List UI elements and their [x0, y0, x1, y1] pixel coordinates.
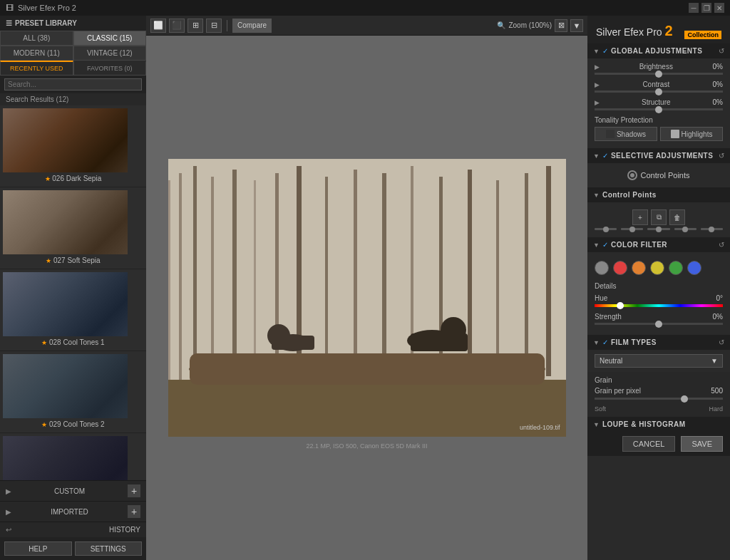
photo-filename: untitled-109.tif — [520, 424, 560, 431]
cp-mini-slider-2[interactable] — [621, 228, 643, 230]
swatch-yellow[interactable] — [650, 261, 664, 275]
shadows-label: Shadows — [617, 130, 646, 138]
minimize-button[interactable]: ─ — [689, 3, 699, 13]
brightness-track[interactable] — [595, 73, 723, 75]
grain-hard-label: Hard — [709, 405, 723, 413]
view-icon-btn[interactable]: ⬜ — [150, 19, 166, 33]
hue-track[interactable] — [595, 304, 723, 307]
imported-chevron: ▶ — [6, 508, 11, 516]
zoom-options-btn[interactable]: ▼ — [570, 19, 583, 32]
swatch-red[interactable] — [613, 261, 627, 275]
tab-classic[interactable]: CLASSIC (15) — [73, 31, 147, 46]
app-title-text: Silver Efex Pro 2 — [596, 23, 673, 39]
sel-adj-label: SELECTIVE ADJUSTMENTS — [611, 152, 716, 160]
color-filter-header[interactable]: ▼ ✓ COLOR FILTER ↺ — [587, 237, 730, 252]
brightness-thumb[interactable] — [655, 71, 662, 78]
control-points-header[interactable]: ▼ Control Points — [587, 187, 730, 202]
layout-btn[interactable]: ⊟ — [206, 19, 222, 33]
swatch-green[interactable] — [669, 261, 683, 275]
restore-button[interactable]: ❐ — [701, 3, 711, 13]
search-input[interactable] — [4, 78, 142, 90]
window-controls[interactable]: ─ ❐ ✕ — [689, 3, 724, 13]
highlights-icon — [671, 130, 679, 138]
color-filter-content: Details Hue 0° Strength 0% — [587, 252, 730, 335]
film-type-select[interactable]: Neutral ▼ — [595, 354, 723, 368]
grain-thumb[interactable] — [681, 395, 688, 403]
cf-reset[interactable]: ↺ — [719, 241, 724, 249]
film-type-chevron: ▼ — [711, 357, 718, 365]
brightness-header[interactable]: ▶ Brightness 0% — [595, 63, 723, 71]
shadows-button[interactable]: Shadows — [595, 127, 657, 141]
shadows-icon — [606, 130, 615, 138]
global-adj-reset[interactable]: ↺ — [719, 47, 724, 55]
left-panel: ☰ PRESET LIBRARY ALL (38) CLASSIC (15) M… — [0, 16, 146, 560]
cp-add-btn[interactable]: + — [632, 209, 648, 225]
cp-thumb-2 — [629, 227, 635, 232]
preset-tabs-row2: RECENTLY USED FAVORITES (0) — [0, 61, 146, 76]
contrast-header[interactable]: ▶ Contrast 0% — [595, 81, 723, 88]
save-button[interactable]: SAVE — [681, 436, 723, 452]
help-button[interactable]: HELP — [4, 541, 72, 556]
highlights-button[interactable]: Highlights — [660, 127, 723, 141]
grain-labels: Soft Hard — [595, 405, 723, 413]
grain-per-pixel-header: Grain per pixel 500 — [595, 387, 723, 395]
contrast-thumb[interactable] — [655, 88, 662, 95]
tab-recently-used[interactable]: RECENTLY USED — [0, 61, 73, 76]
close-button[interactable]: ✕ — [714, 3, 724, 13]
swatch-orange[interactable] — [632, 261, 646, 275]
structure-header[interactable]: ▶ Structure 0% — [595, 98, 723, 106]
tab-modern[interactable]: MODERN (11) — [0, 46, 73, 61]
global-adjustments-header[interactable]: ▼ ✓ GLOBAL ADJUSTMENTS ↺ — [587, 43, 730, 58]
app-icon: 🎞 — [6, 4, 14, 12]
cp-mini-slider-3[interactable] — [647, 228, 669, 230]
imported-add-button[interactable]: + — [128, 505, 140, 518]
search-bar — [0, 76, 146, 93]
compare-button[interactable]: Compare — [232, 19, 272, 33]
custom-add-button[interactable]: + — [128, 484, 140, 497]
list-item[interactable]: ★ 029 Cool Tones 2 — [0, 351, 146, 433]
cp-sliders — [595, 228, 723, 230]
cancel-button[interactable]: CANCEL — [622, 436, 676, 452]
list-item[interactable]: ★ 027 Soft Sepia — [0, 187, 146, 269]
list-item[interactable]: ★ 026 Dark Sepia — [0, 105, 146, 187]
grain-pp-label: Grain per pixel — [595, 387, 641, 395]
cp-thumb-4 — [682, 227, 688, 232]
film-types-header[interactable]: ▼ ✓ FILM TYPES ↺ — [587, 335, 730, 350]
history-header[interactable]: ↩ HISTORY — [0, 522, 146, 537]
tab-favorites[interactable]: FAVORITES (0) — [73, 61, 147, 76]
strength-thumb[interactable] — [655, 321, 662, 328]
structure-thumb[interactable] — [655, 106, 662, 113]
cp-mini-slider-4[interactable] — [674, 228, 696, 230]
cp-mini-slider-5[interactable] — [701, 228, 723, 230]
custom-header[interactable]: ▶ CUSTOM + — [0, 481, 146, 501]
tab-vintage[interactable]: VINTAGE (12) — [73, 46, 147, 61]
split-view-btn[interactable]: ⬛ — [169, 19, 185, 33]
strength-track[interactable] — [595, 323, 723, 325]
grain-pp-value: 500 — [711, 387, 723, 395]
imported-header[interactable]: ▶ IMPORTED + — [0, 502, 146, 522]
tab-all[interactable]: ALL (38) — [0, 31, 73, 46]
cp-copy-btn[interactable]: ⧉ — [651, 209, 667, 225]
grid-view-btn[interactable]: ⊞ — [187, 19, 203, 33]
cp-delete-btn[interactable]: 🗑 — [669, 209, 685, 225]
preset-thumbnail — [3, 354, 128, 418]
hue-thumb[interactable] — [617, 302, 624, 309]
swatch-blue[interactable] — [687, 261, 701, 275]
cp-chevron: ▼ — [593, 192, 600, 199]
list-item[interactable]: ★ 028 Cool Tones 1 — [0, 269, 146, 351]
loupe-histogram-header[interactable]: ▼ LOUPE & HISTOGRAM — [587, 417, 730, 432]
custom-section: ▶ CUSTOM + — [0, 480, 146, 501]
cp-mini-slider-1[interactable] — [595, 228, 617, 230]
ft-reset[interactable]: ↺ — [719, 338, 724, 346]
zoom-fit-btn[interactable]: ⊠ — [555, 19, 567, 32]
control-point-radio[interactable] — [627, 170, 637, 180]
settings-button[interactable]: SETTINGS — [75, 541, 143, 556]
swatch-gray[interactable] — [595, 261, 609, 275]
list-item[interactable]: ★ 030 Cool Tones 3 — [0, 433, 146, 480]
grain-slider[interactable] — [595, 398, 723, 400]
structure-track[interactable] — [595, 108, 723, 110]
contrast-track[interactable] — [595, 90, 723, 93]
photo-frame — [168, 159, 566, 437]
selective-adjustments-header[interactable]: ▼ ✓ SELECTIVE ADJUSTMENTS ↺ — [587, 148, 730, 163]
sel-adj-reset[interactable]: ↺ — [719, 152, 724, 160]
